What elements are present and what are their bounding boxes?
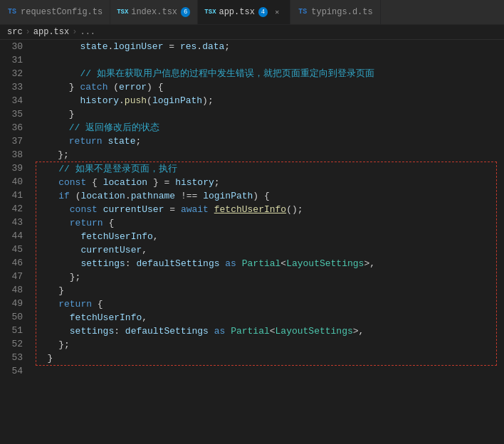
code-line-51: settings: defaultSettings as Partial<Lay…: [36, 324, 496, 338]
tab-requestConfig[interactable]: TS requestConfig.ts: [0, 0, 110, 24]
tsx-icon: TSX: [117, 7, 127, 17]
tab-badge-active: 4: [258, 7, 268, 17]
breadcrumb-sep1: ›: [26, 27, 31, 37]
code-line-38: };: [36, 148, 497, 162]
line-numbers: 30 31 32 33 34 35 36 37 38 39 40 41 42 4…: [0, 40, 28, 433]
ts-icon-typings: TS: [298, 7, 308, 17]
code-line-32: // 如果在获取用户信息的过程中发生错误，就把页面重定向到登录页面: [36, 67, 497, 80]
highlight-region: // 如果不是登录页面，执行 const { location } = hist…: [36, 162, 497, 366]
tab-bar: TS requestConfig.ts TSX index.tsx 6 TSX …: [0, 0, 504, 25]
tab-label: index.tsx: [131, 7, 177, 17]
breadcrumb-file[interactable]: app.tsx: [33, 27, 69, 37]
code-container: 30 31 32 33 34 35 36 37 38 39 40 41 42 4…: [0, 40, 504, 433]
code-line-42: const currentUser = await fetchUserInfo(…: [36, 203, 496, 216]
code-line-44: fetchUserInfo,: [36, 230, 496, 243]
code-line-45: currentUser,: [36, 243, 496, 257]
code-line-37: return state;: [36, 134, 497, 148]
code-editor[interactable]: state.loginUser = res.data; // 如果在获取用户信息…: [28, 40, 504, 433]
tab-close-button[interactable]: ✕: [271, 6, 283, 18]
tab-badge: 6: [181, 7, 190, 17]
code-line-47: };: [36, 270, 496, 284]
code-line-35: }: [36, 107, 497, 121]
code-line-53: }: [36, 352, 496, 365]
code-line-41: if (location.pathname !== loginPath) {: [36, 189, 496, 203]
tab-label-typings: typings.d.ts: [311, 7, 372, 17]
code-line-48: }: [36, 284, 496, 297]
tsx-icon-active: TSX: [205, 7, 215, 17]
breadcrumb: src › app.tsx › ...: [0, 25, 504, 40]
code-line-43: return {: [36, 216, 496, 230]
tab-index[interactable]: TSX index.tsx 6: [110, 0, 198, 24]
code-line-40: const { location } = history;: [36, 176, 496, 189]
breadcrumb-sep2: ›: [72, 27, 77, 37]
tab-app[interactable]: TSX app.tsx 4 ✕: [198, 0, 290, 24]
breadcrumb-context: ...: [80, 27, 95, 37]
code-line-30: state.loginUser = res.data;: [36, 40, 497, 53]
code-line-31: [36, 53, 497, 67]
code-line-34: history.push(loginPath);: [36, 94, 497, 107]
tab-label-active: app.tsx: [219, 7, 254, 17]
tab-label: requestConfig.ts: [21, 7, 103, 17]
code-line-50: fetchUserInfo, 删掉: [36, 311, 496, 324]
code-line-54: [36, 366, 497, 379]
code-line-36: // 返回修改后的状态: [36, 121, 497, 134]
code-line-49: return {: [36, 297, 496, 311]
tab-typings[interactable]: TS typings.d.ts: [290, 0, 380, 24]
code-line-33: } catch (error) {: [36, 80, 497, 94]
code-line-46: settings: defaultSettings as Partial<Lay…: [36, 257, 496, 270]
breadcrumb-src[interactable]: src: [7, 27, 23, 37]
ts-icon: TS: [7, 7, 17, 17]
code-line-39: // 如果不是登录页面，执行: [36, 162, 496, 176]
code-line-52: };: [36, 338, 496, 352]
